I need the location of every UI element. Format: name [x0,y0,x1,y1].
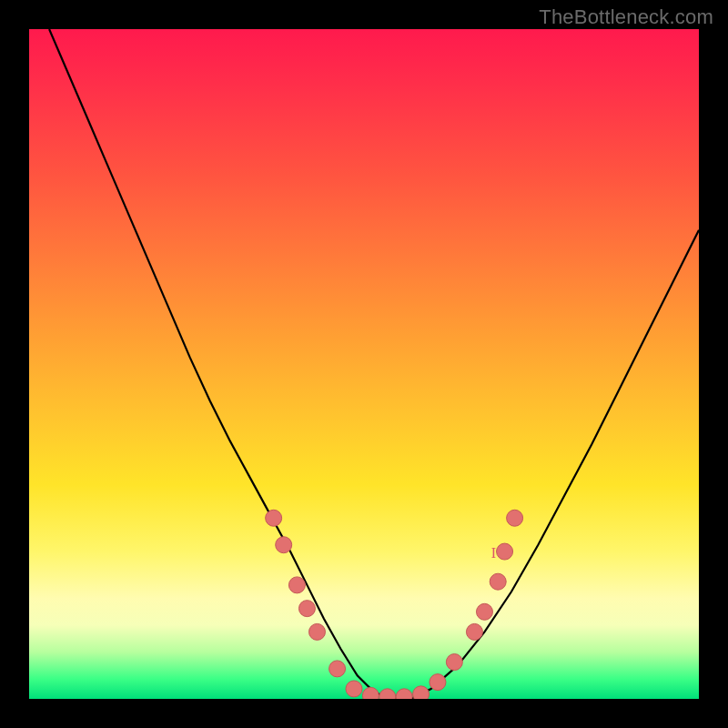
data-marker [446,654,462,671]
data-marker [430,674,446,691]
data-marker [308,623,325,640]
data-marker [362,687,379,699]
data-marker [497,543,513,560]
bottleneck-curve [49,29,699,699]
data-marker [507,510,523,526]
data-marker [276,537,292,553]
data-marker [379,689,396,699]
data-marker [396,689,412,699]
annotations: I [491,545,496,561]
data-marker [298,601,315,617]
chart-svg: I [29,29,699,699]
plot-area: I [29,29,699,699]
data-marker [490,573,506,590]
watermark-text: TheBottleneck.com [539,5,713,29]
data-marker [346,681,362,697]
data-marker [466,623,482,640]
curve-path [49,29,699,699]
data-marker [288,577,305,593]
data-markers [266,510,523,699]
annotation-text: I [491,545,496,561]
data-marker [266,510,282,526]
data-marker [413,686,430,699]
chart-frame: TheBottleneck.com I [0,0,728,728]
data-marker [476,603,492,620]
data-marker [329,661,346,677]
